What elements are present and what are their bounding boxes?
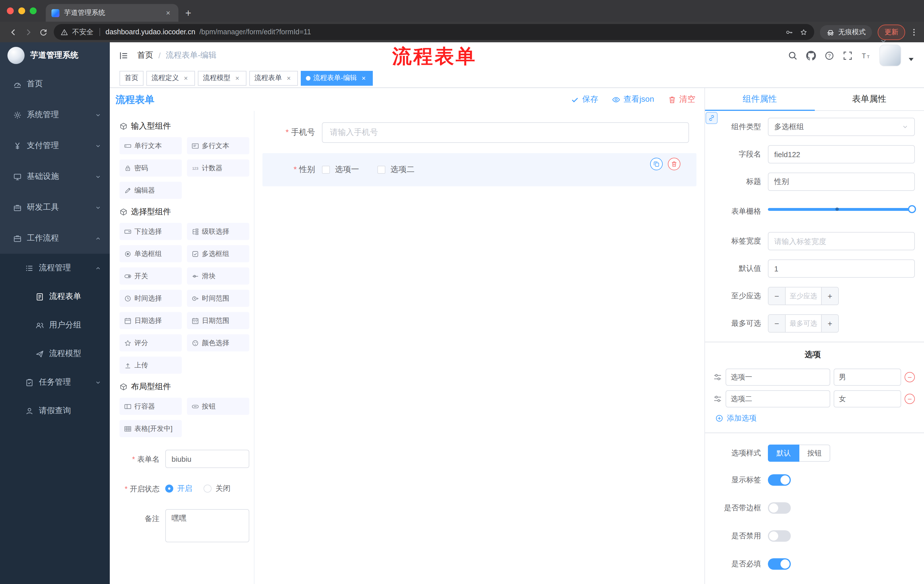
new-tab-button[interactable]: + — [185, 8, 191, 18]
tab-close-icon[interactable]: × — [163, 8, 173, 17]
sidebar-item-process-model[interactable]: 流程模型 — [0, 339, 110, 368]
status-radio-off[interactable]: 关闭 — [203, 484, 231, 494]
palette-item-date-range[interactable]: 日期范围 — [187, 312, 249, 329]
form-remark-textarea[interactable]: 嘿嘿 — [165, 509, 249, 542]
clear-button[interactable]: 清空 — [668, 94, 695, 105]
font-size-icon[interactable] — [861, 51, 871, 60]
back-button[interactable] — [6, 25, 21, 39]
palette-item-lock[interactable]: 密码 — [119, 160, 182, 176]
view-json-button[interactable]: 查看json — [612, 94, 654, 105]
key-icon[interactable] — [785, 28, 793, 36]
form-name-input[interactable] — [165, 450, 249, 468]
increase-button[interactable]: + — [821, 315, 838, 332]
palette-item-color[interactable]: 颜色选择 — [187, 334, 249, 351]
remove-option-button[interactable]: − — [904, 372, 915, 382]
option-style-button[interactable]: 按钮 — [799, 444, 830, 462]
tab-component-props[interactable]: 组件属性 — [705, 88, 815, 110]
checkbox-option-2[interactable]: 选项二 — [377, 165, 414, 175]
browser-tab[interactable]: 芋道管理系统 × — [46, 4, 178, 22]
tag-close-icon[interactable]: × — [182, 74, 190, 82]
option-style-default[interactable]: 默认 — [768, 444, 799, 462]
sidebar-item-leave-query[interactable]: 请假查询 — [0, 396, 110, 425]
link-fab-button[interactable] — [706, 112, 718, 124]
slider-handle[interactable] — [908, 205, 916, 213]
palette-item-radio[interactable]: 单选框组 — [119, 245, 182, 262]
breadcrumb-home[interactable]: 首页 — [137, 50, 153, 61]
palette-item-table[interactable]: 表格[开发中] — [119, 420, 182, 437]
option-value-input[interactable] — [834, 368, 901, 386]
canvas-field-phone[interactable]: 手机号 请输入手机号 — [262, 122, 696, 143]
palette-item-counter[interactable]: 计数器 — [187, 160, 249, 176]
palette-item-slider[interactable]: 滑块 — [187, 267, 249, 285]
field-name-input[interactable] — [768, 145, 915, 163]
palette-item-upload[interactable]: 上传 — [119, 357, 182, 374]
min-select-input[interactable] — [785, 288, 821, 304]
search-icon[interactable] — [788, 51, 798, 60]
status-radio-on[interactable]: 开启 — [165, 484, 192, 494]
palette-item-button[interactable]: 按钮 — [187, 398, 249, 415]
option-label-input[interactable] — [726, 368, 830, 386]
tag-close-icon[interactable]: × — [360, 74, 368, 82]
sidebar-item-home[interactable]: 首页 — [0, 69, 110, 99]
palette-item-textarea[interactable]: 多行文本 — [187, 137, 249, 154]
form-grid-slider[interactable] — [768, 200, 915, 218]
minimize-window-button[interactable] — [18, 7, 25, 14]
sidebar-item-process-mgmt[interactable]: 流程管理 — [0, 254, 110, 282]
delete-component-button[interactable] — [668, 158, 680, 170]
tag-process-definition[interactable]: 流程定义× — [146, 71, 195, 86]
sidebar-item-user-group[interactable]: 用户分组 — [0, 311, 110, 339]
toggle-show-label[interactable] — [768, 474, 791, 486]
palette-item-switch[interactable]: 开关 — [119, 267, 182, 285]
tag-close-icon[interactable]: × — [233, 74, 241, 82]
hamburger-icon[interactable] — [119, 51, 129, 60]
checkbox-option-1[interactable]: 选项一 — [322, 165, 359, 175]
sidebar-item-system-mgmt[interactable]: 系统管理 — [0, 99, 110, 130]
palette-item-cascader[interactable]: 级联选择 — [187, 223, 249, 240]
sidebar-item-process-form[interactable]: 流程表单 — [0, 282, 110, 311]
tag-process-model[interactable]: 流程模型× — [198, 71, 246, 86]
palette-item-date[interactable]: 日期选择 — [119, 312, 182, 329]
sidebar-item-workflow[interactable]: 工作流程 — [0, 223, 110, 254]
add-option-button[interactable]: 添加选项 — [715, 413, 915, 423]
decrease-button[interactable]: − — [769, 315, 785, 332]
copy-component-button[interactable] — [650, 158, 663, 170]
title-input[interactable] — [768, 173, 915, 191]
reload-button[interactable] — [35, 25, 50, 39]
bookmark-star-icon[interactable] — [800, 28, 807, 36]
save-button[interactable]: 保存 — [571, 94, 598, 105]
palette-item-time[interactable]: 时间选择 — [119, 290, 182, 307]
palette-item-checkbox[interactable]: 多选框组 — [187, 245, 249, 262]
palette-item-rate[interactable]: 评分 — [119, 334, 182, 351]
toggle-disabled[interactable] — [768, 530, 791, 542]
phone-input[interactable]: 请输入手机号 — [322, 122, 689, 143]
tag-close-icon[interactable]: × — [285, 74, 293, 82]
sidebar-item-infrastructure[interactable]: 基础设施 — [0, 161, 110, 192]
max-select-input[interactable] — [785, 315, 821, 332]
decrease-button[interactable]: − — [769, 288, 785, 304]
user-avatar[interactable] — [879, 44, 901, 66]
help-icon[interactable] — [825, 51, 834, 60]
tag-process-form[interactable]: 流程表单× — [249, 71, 298, 86]
remove-option-button[interactable]: − — [904, 394, 915, 404]
close-window-button[interactable] — [7, 7, 14, 14]
zoom-window-button[interactable] — [30, 7, 36, 14]
palette-item-editor[interactable]: 编辑器 — [119, 182, 182, 199]
browser-menu-button[interactable] — [910, 27, 918, 37]
address-bar[interactable]: 不安全 dashboard.yudao.iocoder.cn /bpm/mana… — [54, 24, 814, 40]
fullscreen-icon[interactable] — [843, 51, 853, 60]
increase-button[interactable]: + — [821, 288, 838, 304]
palette-item-select[interactable]: 下拉选择 — [119, 223, 182, 240]
sidebar-logo[interactable]: 芋道管理系统 — [0, 42, 110, 69]
canvas-field-gender-selected[interactable]: 性别 选项一 选项二 — [262, 153, 696, 186]
default-value-input[interactable] — [768, 260, 915, 278]
tag-process-form-edit[interactable]: 流程表单-编辑× — [301, 71, 373, 86]
forward-button[interactable] — [21, 25, 35, 39]
palette-item-row[interactable]: 行容器 — [119, 398, 182, 415]
palette-item-input[interactable]: 单行文本 — [119, 137, 182, 154]
github-icon[interactable] — [806, 51, 816, 60]
option-value-input[interactable] — [834, 390, 901, 408]
option-label-input[interactable] — [726, 390, 830, 408]
toggle-with-border[interactable] — [768, 502, 791, 514]
label-width-input[interactable] — [768, 232, 915, 250]
toggle-required[interactable] — [768, 558, 791, 570]
